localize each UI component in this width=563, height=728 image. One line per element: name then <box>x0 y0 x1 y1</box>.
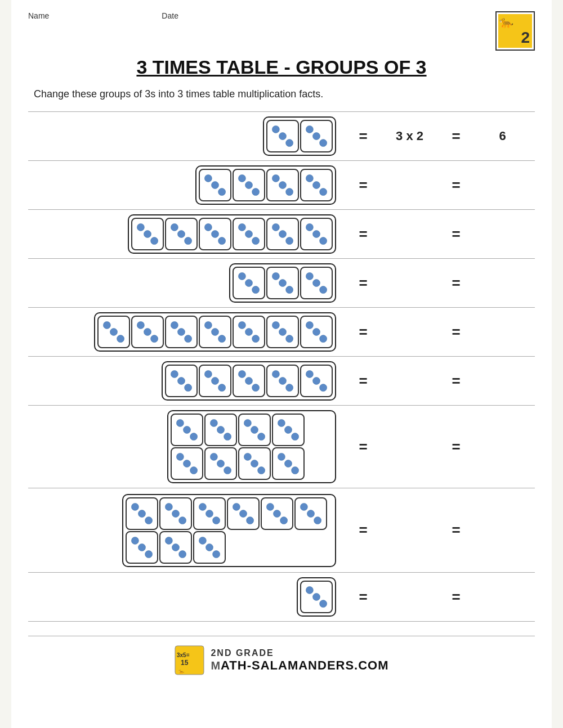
eq1: = <box>359 588 367 606</box>
svg-point-10 <box>245 181 252 188</box>
eq3: = <box>452 522 460 539</box>
eq1: = <box>359 177 367 194</box>
svg-point-96 <box>210 453 217 460</box>
svg-point-133 <box>312 593 320 600</box>
svg-point-1 <box>279 132 286 140</box>
svg-point-57 <box>238 321 245 329</box>
svg-point-64 <box>312 328 320 335</box>
die <box>266 267 299 299</box>
svg-point-19 <box>144 230 151 237</box>
dice-group <box>263 116 336 156</box>
svg-point-129 <box>199 537 206 544</box>
dice-area <box>28 165 343 205</box>
svg-point-104 <box>292 467 299 474</box>
svg-point-69 <box>204 370 212 378</box>
equals-section: = = <box>343 177 535 194</box>
svg-point-46 <box>110 328 117 335</box>
eq3: = <box>452 323 460 341</box>
svg-point-119 <box>280 516 288 524</box>
svg-point-3 <box>306 125 313 133</box>
die <box>300 316 333 348</box>
die <box>193 497 226 530</box>
svg-point-79 <box>312 377 320 384</box>
eq3: = <box>452 177 460 194</box>
subtitle: Change these groups of 3s into 3 times t… <box>28 88 535 100</box>
rows-container: = 3 x 2 = 6 = = <box>28 111 535 622</box>
page: Name Date 🐆 2 3 TIMES TABLE - GROUPS OF … <box>11 0 552 728</box>
svg-point-75 <box>272 370 279 378</box>
svg-point-50 <box>151 335 158 343</box>
svg-point-132 <box>306 586 313 594</box>
svg-point-88 <box>251 426 258 433</box>
die <box>165 316 198 348</box>
equals-section: = 3 x 2 = 6 <box>343 128 535 145</box>
table-row: = = <box>28 160 535 209</box>
svg-point-101 <box>258 467 265 474</box>
die <box>300 581 333 613</box>
dice-group <box>162 361 336 401</box>
eq1: = <box>359 226 367 243</box>
svg-point-52 <box>177 328 185 335</box>
die <box>193 531 226 564</box>
svg-point-97 <box>217 460 224 467</box>
svg-point-131 <box>213 550 220 558</box>
logo-box: 🐆 2 <box>495 11 535 51</box>
svg-point-62 <box>286 335 293 343</box>
die <box>165 218 198 250</box>
die <box>300 365 333 397</box>
svg-point-72 <box>238 370 245 378</box>
svg-point-82 <box>183 426 190 433</box>
die <box>159 497 192 530</box>
die <box>131 316 164 348</box>
dice-group <box>297 577 336 617</box>
svg-point-89 <box>258 433 265 441</box>
die <box>266 365 299 397</box>
svg-point-100 <box>251 460 258 467</box>
dice-group <box>195 165 336 205</box>
eq1: = <box>359 372 367 390</box>
die <box>266 218 299 250</box>
equals-section: = = <box>343 372 535 390</box>
svg-point-81 <box>176 419 184 426</box>
svg-point-123 <box>131 537 138 544</box>
footer: 3x5= 15 🐆 2ND GRADE MATH-SALAMANDERS.COM <box>28 636 535 676</box>
svg-point-21 <box>171 223 178 231</box>
table-row: = 3 x 2 = 6 <box>28 111 535 160</box>
svg-point-63 <box>306 321 313 329</box>
die <box>204 447 237 480</box>
svg-point-7 <box>211 181 218 188</box>
svg-point-86 <box>224 433 231 441</box>
eq4: 6 <box>480 129 525 143</box>
svg-point-94 <box>183 460 190 467</box>
svg-point-111 <box>199 503 206 510</box>
svg-point-130 <box>205 543 213 551</box>
svg-point-6 <box>204 174 212 182</box>
main-title: 3 TIMES TABLE - GROUPS OF 3 <box>28 56 535 78</box>
die <box>261 497 293 530</box>
eq1: = <box>359 128 367 145</box>
die <box>300 120 333 152</box>
svg-point-54 <box>204 321 212 329</box>
die <box>233 365 265 397</box>
svg-point-43 <box>312 279 320 286</box>
svg-point-68 <box>185 384 192 392</box>
svg-point-121 <box>307 510 314 517</box>
svg-point-128 <box>179 550 186 558</box>
svg-point-102 <box>278 453 285 460</box>
die <box>165 365 198 397</box>
name-date: Name Date <box>28 11 178 20</box>
svg-point-33 <box>306 223 313 231</box>
svg-point-18 <box>137 223 144 231</box>
svg-point-42 <box>306 272 313 280</box>
dice-group <box>229 263 336 303</box>
dice-area <box>28 263 343 303</box>
die <box>238 447 271 480</box>
svg-point-13 <box>279 181 286 188</box>
dice-area <box>28 312 343 352</box>
footer-logo: 3x5= 15 🐆 <box>174 645 205 676</box>
footer-text: 2ND GRADE MATH-SALAMANDERS.COM <box>211 648 388 673</box>
table-row: = = <box>28 258 535 307</box>
svg-point-115 <box>239 510 247 517</box>
svg-point-28 <box>245 230 252 237</box>
die <box>233 218 265 250</box>
